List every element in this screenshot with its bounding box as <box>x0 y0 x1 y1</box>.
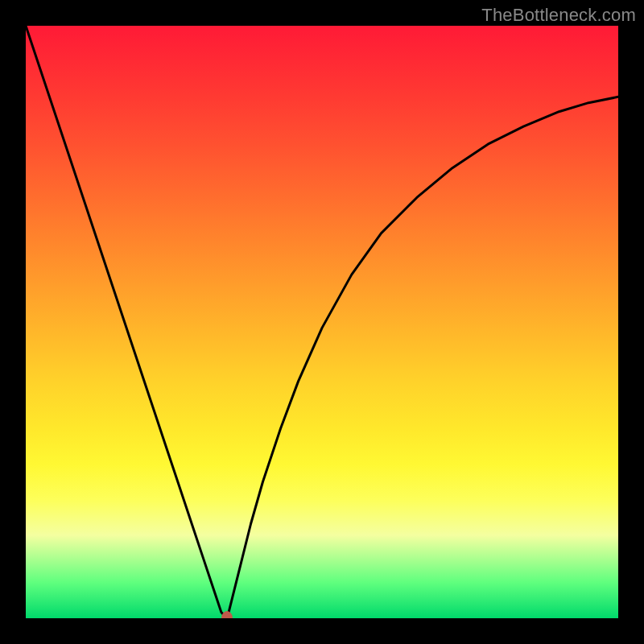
plot-area <box>26 26 618 618</box>
chart-frame: TheBottleneck.com <box>0 0 644 644</box>
watermark-text: TheBottleneck.com <box>481 5 636 26</box>
curve-line <box>26 26 618 618</box>
